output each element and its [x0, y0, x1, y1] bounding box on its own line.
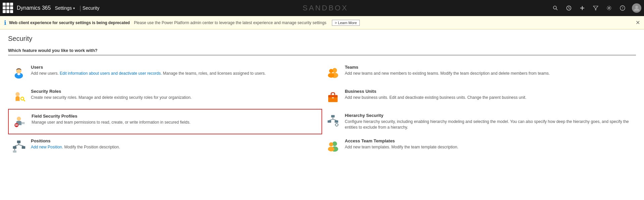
- svg-line-46: [19, 145, 23, 146]
- feature-positions[interactable]: Positions Add new Position. Modify the P…: [8, 134, 322, 158]
- feature-hierarchy-security[interactable]: Hierarchy Security Configure hierarchy s…: [322, 109, 636, 134]
- svg-rect-30: [328, 120, 331, 123]
- nav-separator: |: [80, 5, 81, 12]
- svg-text:?: ?: [622, 6, 624, 10]
- feature-users[interactable]: Users Add new users. Edit information ab…: [8, 61, 322, 85]
- svg-point-9: [635, 6, 638, 8]
- settings-icon[interactable]: [605, 4, 613, 12]
- svg-rect-22: [328, 95, 338, 97]
- svg-line-34: [333, 119, 337, 121]
- add-icon[interactable]: [578, 4, 586, 12]
- deprecation-banner: ℹ Web client experience for security set…: [0, 16, 644, 29]
- users-desc: Add new users. Edit information about us…: [31, 71, 266, 76]
- avatar[interactable]: [632, 3, 641, 13]
- positions-title: Positions: [31, 138, 120, 143]
- banner-close-button[interactable]: ✕: [636, 19, 640, 26]
- svg-rect-43: [22, 146, 26, 149]
- field-security-profiles-text: Field Security Profiles Manage user and …: [32, 114, 191, 125]
- users-text: Users Add new users. Edit information ab…: [31, 65, 266, 76]
- svg-point-14: [329, 69, 333, 73]
- info-icon: ℹ: [4, 19, 6, 26]
- teams-text: Teams Add new teams and new members to e…: [345, 65, 550, 76]
- access-team-templates-desc: Add new team templates. Modify the team …: [345, 144, 458, 150]
- search-icon[interactable]: [551, 4, 559, 12]
- sandbox-label: SANDBOX: [99, 4, 551, 12]
- current-page-label: Security: [83, 5, 100, 11]
- svg-point-0: [553, 6, 556, 9]
- feature-teams[interactable]: Teams Add new teams and new members to e…: [322, 61, 636, 85]
- top-navigation: Dynamics 365 Settings ▾ | Security SANDB…: [0, 0, 644, 16]
- svg-point-15: [328, 73, 334, 78]
- positions-icon: [11, 138, 27, 154]
- nav-actions: ?: [551, 3, 641, 13]
- svg-rect-31: [335, 120, 338, 123]
- svg-line-45: [15, 145, 19, 146]
- svg-rect-28: [15, 125, 18, 126]
- hierarchy-security-text: Hierarchy Security Configure hierarchy s…: [345, 113, 631, 130]
- users-icon: [11, 65, 27, 81]
- hierarchy-security-desc: Configure hierarchy security, including …: [345, 119, 631, 130]
- feature-business-units[interactable]: Business Units Add new business units. E…: [322, 85, 636, 109]
- svg-point-16: [15, 92, 19, 96]
- waffle-menu[interactable]: [3, 3, 13, 13]
- svg-rect-29: [331, 115, 335, 118]
- svg-rect-25: [21, 122, 25, 123]
- svg-point-6: [608, 7, 610, 9]
- users-title: Users: [31, 65, 266, 70]
- settings-module[interactable]: Settings ▾: [52, 5, 78, 11]
- teams-icon: [325, 65, 341, 81]
- security-roles-text: Security Roles Create new security roles…: [31, 89, 192, 101]
- security-roles-icon: [11, 89, 27, 105]
- banner-body-text: Please use the Power Platform admin cent…: [134, 20, 327, 25]
- feature-security-roles[interactable]: Security Roles Create new security roles…: [8, 85, 322, 109]
- svg-marker-5: [593, 6, 598, 10]
- svg-line-20: [24, 101, 25, 101]
- positions-desc: Add new Position. Modify the Position de…: [31, 144, 120, 150]
- security-roles-desc: Create new security roles. Manage and de…: [31, 95, 192, 101]
- feature-access-team-templates[interactable]: Access Team Templates Add new team templ…: [322, 134, 636, 158]
- field-security-profiles-desc: Manage user and team permissions to read…: [32, 120, 191, 125]
- svg-point-36: [336, 124, 337, 126]
- svg-rect-23: [332, 97, 334, 98]
- svg-line-1: [556, 9, 557, 10]
- access-team-templates-text: Access Team Templates Add new team templ…: [345, 138, 458, 150]
- svg-rect-26: [21, 123, 25, 124]
- hierarchy-security-icon: [325, 113, 341, 129]
- svg-line-19: [24, 100, 25, 101]
- features-grid: Users Add new users. Edit information ab…: [8, 61, 636, 158]
- access-team-templates-title: Access Team Templates: [345, 138, 458, 143]
- security-roles-title: Security Roles: [31, 89, 192, 94]
- feature-field-security-profiles[interactable]: Field Security Profiles Manage user and …: [8, 109, 322, 134]
- help-icon[interactable]: ?: [618, 4, 627, 12]
- svg-rect-47: [13, 150, 17, 152]
- teams-desc: Add new teams and new members to existin…: [345, 71, 550, 76]
- teams-title: Teams: [345, 65, 550, 70]
- history-icon[interactable]: [565, 4, 573, 12]
- chevron-down-icon: ▾: [73, 6, 75, 10]
- positions-text: Positions Add new Position. Modify the P…: [31, 138, 120, 150]
- svg-line-33: [329, 119, 333, 121]
- page-content: Security Which feature would you like to…: [0, 29, 644, 164]
- business-units-desc: Add new business units. Edit and deactiv…: [345, 95, 527, 101]
- section-question: Which feature would you like to work wit…: [8, 48, 636, 55]
- business-units-title: Business Units: [345, 89, 527, 94]
- learn-more-button[interactable]: > Learn More: [332, 20, 360, 26]
- access-team-templates-icon: [325, 138, 341, 154]
- svg-point-51: [329, 142, 333, 146]
- app-name[interactable]: Dynamics 365: [17, 5, 51, 11]
- svg-rect-42: [13, 146, 17, 149]
- banner-bold-text: Web client experience for security setti…: [9, 20, 130, 25]
- field-security-profiles-icon: [11, 114, 28, 130]
- svg-point-52: [328, 147, 334, 151]
- svg-point-24: [17, 117, 21, 121]
- filter-icon[interactable]: [592, 4, 600, 12]
- business-units-text: Business Units Add new business units. E…: [345, 89, 527, 101]
- hierarchy-security-title: Hierarchy Security: [345, 113, 631, 118]
- field-security-profiles-title: Field Security Profiles: [32, 114, 191, 119]
- business-units-icon: [325, 89, 341, 105]
- svg-rect-41: [17, 141, 21, 143]
- page-title: Security: [8, 35, 636, 43]
